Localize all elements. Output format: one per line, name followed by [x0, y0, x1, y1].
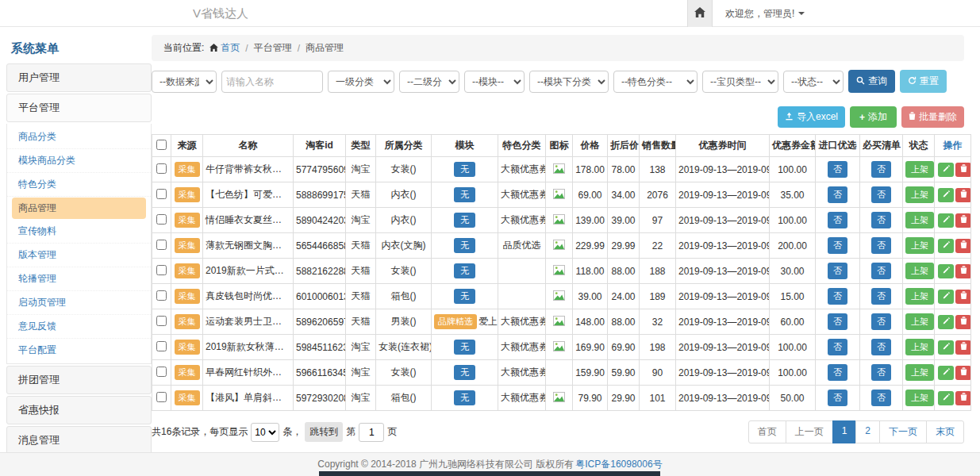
page-button-1[interactable]: 1	[832, 420, 857, 443]
sidebar-item-宣传物料[interactable]: 宣传物料	[7, 220, 151, 244]
row-checkbox[interactable]	[156, 392, 167, 402]
level1-category-select[interactable]: 一级分类	[328, 71, 394, 93]
edit-button[interactable]	[938, 391, 954, 405]
sidebar-item-特色分类[interactable]: 特色分类	[7, 173, 151, 197]
edit-button[interactable]	[938, 340, 954, 355]
status-button[interactable]: 上架	[905, 161, 934, 178]
page-button-2[interactable]: 2	[855, 420, 880, 443]
delete-button[interactable]	[955, 163, 971, 177]
jump-button[interactable]: 跳转到	[305, 422, 343, 442]
sidebar-group-平台管理[interactable]: 平台管理	[6, 94, 152, 122]
delete-button[interactable]	[955, 188, 971, 202]
status-button[interactable]: 上架	[905, 339, 934, 355]
status-button[interactable]: 上架	[905, 237, 934, 254]
edit-button[interactable]	[938, 213, 954, 228]
sidebar-group-省惠快报[interactable]: 省惠快报	[6, 396, 152, 424]
import-select-button[interactable]: 否	[828, 263, 847, 279]
import-select-button[interactable]: 否	[828, 288, 847, 305]
delete-button[interactable]	[955, 391, 971, 405]
query-button[interactable]: 查询	[848, 70, 895, 93]
sidebar-item-模块商品分类[interactable]: 模块商品分类	[7, 149, 151, 173]
import-select-button[interactable]: 否	[828, 237, 847, 254]
must-buy-button[interactable]: 否	[871, 186, 891, 203]
delete-button[interactable]	[955, 264, 971, 278]
import-select-button[interactable]: 否	[828, 161, 847, 178]
name-input[interactable]	[221, 71, 323, 93]
feature-category-select[interactable]: --特色分类--	[613, 71, 698, 93]
must-buy-button[interactable]: 否	[871, 288, 891, 305]
import-excel-button[interactable]: 导入excel	[778, 106, 845, 128]
sidebar-group-拼团管理[interactable]: 拼团管理	[6, 366, 152, 394]
home-button[interactable]	[687, 0, 713, 27]
sidebar-item-启动页管理[interactable]: 启动页管理	[7, 291, 151, 315]
reset-button[interactable]: 重置	[900, 70, 947, 93]
row-checkbox[interactable]	[156, 189, 167, 199]
import-select-button[interactable]: 否	[828, 364, 847, 381]
edit-button[interactable]	[938, 264, 954, 278]
status-button[interactable]: 上架	[905, 390, 934, 406]
sidebar-group-用户管理[interactable]: 用户管理	[6, 63, 152, 92]
icp-link[interactable]: 粤ICP备16098006号	[575, 458, 662, 471]
data-source-select[interactable]: --数据来源--	[152, 71, 217, 93]
status-button[interactable]: 上架	[905, 263, 934, 279]
status-button[interactable]: 上架	[905, 212, 934, 228]
batch-delete-button[interactable]: 批量删除	[901, 106, 964, 128]
sidebar-group-消息管理[interactable]: 消息管理	[6, 426, 152, 455]
sidebar-item-意见反馈[interactable]: 意见反馈	[7, 315, 151, 339]
status-button[interactable]: 上架	[905, 364, 934, 381]
sidebar-item-商品管理[interactable]: 商品管理	[12, 198, 146, 219]
welcome-dropdown[interactable]: 欢迎您，管理员!	[725, 7, 805, 21]
sidebar-item-轮播管理[interactable]: 轮播管理	[7, 267, 151, 291]
page-jump-input[interactable]	[359, 423, 384, 442]
page-button-末页[interactable]: 末页	[926, 420, 964, 443]
must-buy-button[interactable]: 否	[871, 161, 891, 178]
edit-button[interactable]	[938, 366, 954, 380]
import-select-button[interactable]: 否	[828, 212, 847, 228]
sidebar-item-商品分类[interactable]: 商品分类	[7, 125, 151, 149]
import-select-button[interactable]: 否	[828, 390, 847, 406]
must-buy-button[interactable]: 否	[871, 212, 891, 228]
must-buy-button[interactable]: 否	[871, 313, 891, 330]
row-checkbox[interactable]	[156, 240, 167, 250]
row-checkbox[interactable]	[156, 367, 167, 377]
module-sub-category-select[interactable]: --模块下分类--	[529, 71, 609, 93]
edit-button[interactable]	[938, 290, 954, 304]
delete-button[interactable]	[955, 366, 971, 380]
status-button[interactable]: 上架	[905, 313, 934, 330]
breadcrumb-home-link[interactable]: 首页	[209, 41, 240, 55]
delete-button[interactable]	[955, 315, 971, 329]
import-select-button[interactable]: 否	[828, 313, 847, 330]
select-all-checkbox[interactable]	[156, 140, 167, 150]
delete-button[interactable]	[955, 290, 971, 304]
edit-button[interactable]	[938, 163, 954, 177]
row-checkbox[interactable]	[156, 290, 167, 301]
per-page-select[interactable]: 10	[251, 423, 279, 442]
status-button[interactable]: 上架	[905, 288, 934, 305]
row-checkbox[interactable]	[156, 316, 167, 326]
must-buy-button[interactable]: 否	[871, 339, 891, 355]
status-button[interactable]: 上架	[905, 186, 934, 203]
module-select[interactable]: --模块--	[464, 71, 525, 93]
edit-button[interactable]	[938, 315, 954, 329]
must-buy-button[interactable]: 否	[871, 364, 891, 381]
item-type-select[interactable]: --宝贝类型--	[702, 71, 778, 93]
import-select-button[interactable]: 否	[828, 339, 847, 355]
row-checkbox[interactable]	[156, 163, 167, 174]
must-buy-button[interactable]: 否	[871, 237, 891, 254]
sidebar-item-平台配置[interactable]: 平台配置	[7, 339, 151, 362]
edit-button[interactable]	[938, 188, 954, 202]
status-select[interactable]: --状态--	[783, 71, 844, 93]
delete-button[interactable]	[955, 213, 971, 228]
import-select-button[interactable]: 否	[828, 186, 847, 203]
must-buy-button[interactable]: 否	[871, 263, 891, 279]
row-checkbox[interactable]	[156, 341, 167, 351]
delete-button[interactable]	[955, 239, 971, 253]
delete-button[interactable]	[955, 340, 971, 355]
row-checkbox[interactable]	[156, 214, 167, 225]
add-button[interactable]: + 添加	[850, 106, 897, 128]
edit-button[interactable]	[938, 239, 954, 253]
sidebar-item-版本管理[interactable]: 版本管理	[7, 244, 151, 267]
page-button-下一页[interactable]: 下一页	[879, 420, 927, 443]
row-checkbox[interactable]	[156, 265, 167, 275]
level2-category-select[interactable]: --二级分类--	[399, 71, 459, 93]
